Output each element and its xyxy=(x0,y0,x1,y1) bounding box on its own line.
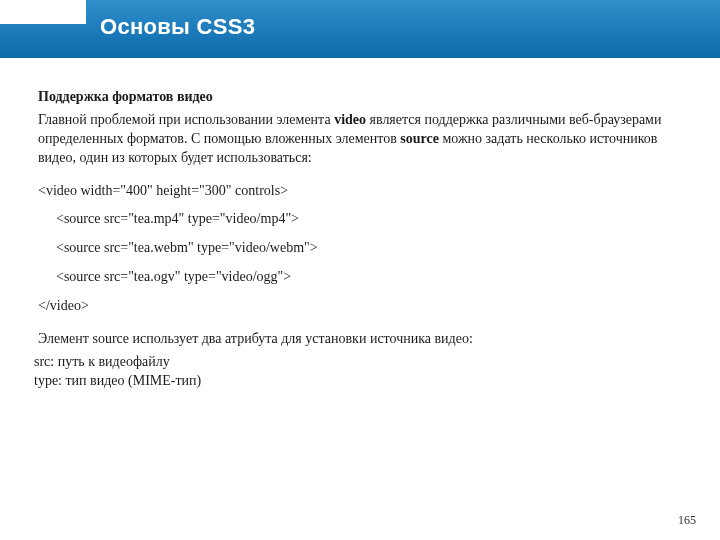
attr-line-2: type: тип видео (MIME-тип) xyxy=(34,372,678,391)
subheading: Поддержка форматов видео xyxy=(38,88,678,107)
code-line-2: <source src="tea.mp4" type="video/mp4"> xyxy=(38,210,678,229)
page-title: Основы CSS3 xyxy=(100,14,255,40)
intro-bold-video: video xyxy=(334,112,366,127)
header-tab xyxy=(0,0,86,24)
intro-bold-source: source xyxy=(400,131,439,146)
intro-paragraph: Главной проблемой при использовании элем… xyxy=(38,111,678,168)
attrs-intro: Элемент source использует два атрибута д… xyxy=(38,330,678,349)
code-line-3: <source src="tea.webm" type="video/webm"… xyxy=(38,239,678,258)
page-number: 165 xyxy=(678,513,696,528)
intro-text-a: Главной проблемой при использовании элем… xyxy=(38,112,334,127)
header-band: Основы CSS3 xyxy=(0,0,720,58)
code-line-4: <source src="tea.ogv" type="video/ogg"> xyxy=(38,268,678,287)
content-area: Поддержка форматов видео Главной проблем… xyxy=(38,88,678,391)
code-line-1: <video width="400" height="300" controls… xyxy=(38,182,678,201)
code-line-5: </video> xyxy=(38,297,678,316)
attr-line-1: src: путь к видеофайлу xyxy=(34,353,678,372)
